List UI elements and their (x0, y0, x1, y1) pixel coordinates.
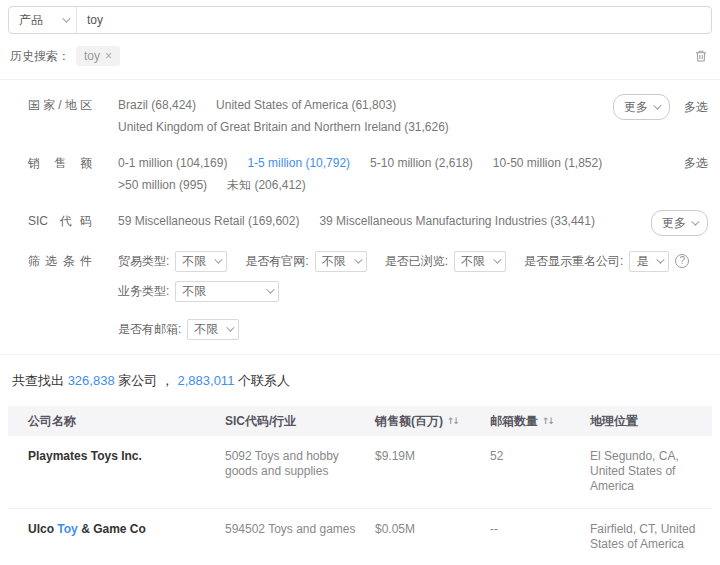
condition-list: 贸易类型: 不限 是否有官网: 不限 是否已浏览: 不限 (118, 250, 708, 340)
has-email-label: 是否有邮箱: (118, 318, 181, 340)
show-duplicates-label: 是否显示重名公司: (524, 250, 623, 272)
more-label: 更多 (662, 212, 686, 234)
viewed-value: 不限 (461, 250, 485, 272)
table-row[interactable]: Ulco Toy & Game Co 594502 Toys and games… (8, 509, 712, 565)
business-type-select[interactable]: 不限 (175, 281, 279, 302)
sort-icon[interactable]: ↑↓ (542, 416, 553, 426)
has-website-select[interactable]: 不限 (315, 251, 367, 272)
sic-option[interactable]: 39 Miscellaneous Manufacturing Industrie… (319, 210, 594, 232)
results-mid: 家公司 ， (118, 373, 174, 388)
results-table: 公司名称 SIC代码/行业 销售额(百万) ↑↓ 邮箱数量 ↑↓ 地理位置 Pl… (8, 406, 712, 565)
filter-row-conditions: 筛选条件 贸易类型: 不限 是否有官网: 不限 是否已浏览: 不限 (28, 250, 708, 340)
viewed-select[interactable]: 不限 (454, 251, 506, 272)
sales-option[interactable]: 10-50 million (1,852) (493, 152, 602, 174)
condition-business-type: 业务类型: 不限 (118, 280, 279, 302)
trade-type-value: 不限 (182, 250, 206, 272)
filter-panel: 国家/地区 Brazil (68,424) United States of A… (0, 80, 720, 340)
column-header-location: 地理位置 (590, 413, 712, 430)
column-header-sales: 销售额(百万) ↑↓ (375, 413, 490, 430)
contact-count: 2,883,011 (178, 373, 235, 388)
sic-row-actions: 更多 (641, 210, 708, 236)
close-icon[interactable]: × (105, 50, 112, 62)
company-industry: 5092 Toys and hobby goods and supplies (225, 449, 375, 494)
sort-icon[interactable]: ↑↓ (447, 416, 458, 426)
has-website-value: 不限 (322, 250, 346, 272)
sales-multiselect-link[interactable]: 多选 (684, 152, 708, 174)
search-bar: 产品 (8, 6, 712, 34)
company-emails: -- (490, 522, 590, 552)
filter-label-sales: 销售额 (28, 152, 92, 174)
filter-label-country: 国家/地区 (28, 94, 92, 116)
country-option[interactable]: Brazil (68,424) (118, 94, 196, 116)
has-email-value: 不限 (194, 318, 218, 340)
more-label: 更多 (624, 96, 648, 118)
divider (0, 354, 720, 355)
sic-option[interactable]: 59 Miscellaneous Retail (169,602) (118, 210, 299, 232)
show-duplicates-select[interactable]: 是 (629, 251, 669, 272)
company-industry: 594502 Toys and games (225, 522, 375, 552)
country-option[interactable]: United States of America (61,803) (216, 94, 396, 116)
filter-label-conditions: 筛选条件 (28, 250, 92, 272)
business-type-label: 业务类型: (118, 280, 169, 302)
filter-row-sales: 销售额 0-1 million (104,169) 1-5 million (1… (28, 152, 708, 196)
viewed-label: 是否已浏览: (385, 250, 448, 272)
has-email-select[interactable]: 不限 (187, 319, 239, 340)
sales-option[interactable]: 0-1 million (104,169) (118, 152, 227, 174)
table-row[interactable]: Playmates Toys Inc. 5092 Toys and hobby … (8, 436, 712, 509)
column-header-company: 公司名称 (28, 413, 225, 430)
search-input[interactable] (77, 7, 711, 33)
chevron-down-icon (62, 14, 70, 22)
trade-type-select[interactable]: 不限 (175, 251, 227, 272)
country-row-actions: 更多 多选 (603, 94, 708, 120)
business-type-value: 不限 (182, 280, 206, 302)
company-name[interactable]: Ulco Toy & Game Co (28, 522, 225, 552)
column-header-emails-label: 邮箱数量 (490, 413, 538, 430)
history-row: 历史搜索： toy × (10, 46, 708, 66)
chevron-down-icon (215, 255, 223, 263)
results-prefix: 共查找出 (12, 373, 64, 388)
help-icon[interactable]: ? (675, 254, 689, 268)
clear-history-button[interactable] (694, 49, 708, 63)
country-option[interactable]: United Kingdom of Great Britain and Nort… (118, 116, 449, 138)
sic-more-button[interactable]: 更多 (651, 210, 708, 236)
country-multiselect-link[interactable]: 多选 (684, 96, 708, 118)
search-category-value: 产品 (19, 12, 43, 29)
company-location: El Segundo, CA, United States of America (590, 449, 712, 494)
company-emails: 52 (490, 449, 590, 494)
chevron-down-icon (354, 255, 362, 263)
column-header-industry: SIC代码/行业 (225, 413, 375, 430)
chevron-down-icon (657, 255, 665, 263)
condition-viewed: 是否已浏览: 不限 (385, 250, 506, 272)
search-category-select[interactable]: 产品 (9, 7, 77, 33)
search-group: 产品 (8, 6, 712, 34)
condition-trade-type: 贸易类型: 不限 (118, 250, 227, 272)
has-website-label: 是否有官网: (245, 250, 308, 272)
trade-type-label: 贸易类型: (118, 250, 169, 272)
sales-option[interactable]: 5-10 million (2,618) (370, 152, 473, 174)
chevron-down-icon (691, 217, 699, 225)
chevron-down-icon (267, 285, 275, 293)
sales-option[interactable]: >50 million (995) (118, 174, 207, 196)
sales-option-selected[interactable]: 1-5 million (10,792) (247, 152, 350, 174)
company-location: Fairfield, CT, United States of America (590, 522, 712, 552)
results-summary: 共查找出 326,838 家公司 ， 2,883,011 个联系人 (12, 372, 708, 390)
history-tag[interactable]: toy × (76, 46, 120, 66)
history-label: 历史搜索： (10, 48, 70, 65)
condition-has-website: 是否有官网: 不限 (245, 250, 366, 272)
condition-show-duplicates: 是否显示重名公司: 是 ? (524, 250, 689, 272)
country-more-button[interactable]: 更多 (613, 94, 670, 120)
company-sales: $0.05M (375, 522, 490, 552)
results-suffix: 个联系人 (238, 373, 290, 388)
chevron-down-icon (493, 255, 501, 263)
sic-options: 59 Miscellaneous Retail (169,602) 39 Mis… (118, 210, 595, 232)
sales-row-actions: 多选 (674, 152, 708, 174)
history-tag-text: toy (84, 49, 100, 63)
chevron-down-icon (227, 323, 235, 331)
filter-label-sic: SIC 代码 (28, 210, 92, 232)
sales-option[interactable]: 未知 (206,412) (227, 174, 306, 196)
company-name[interactable]: Playmates Toys Inc. (28, 449, 225, 494)
filter-row-sic: SIC 代码 59 Miscellaneous Retail (169,602)… (28, 210, 708, 236)
column-header-emails: 邮箱数量 ↑↓ (490, 413, 590, 430)
table-header: 公司名称 SIC代码/行业 销售额(百万) ↑↓ 邮箱数量 ↑↓ 地理位置 (8, 406, 712, 436)
filter-row-country: 国家/地区 Brazil (68,424) United States of A… (28, 94, 708, 138)
